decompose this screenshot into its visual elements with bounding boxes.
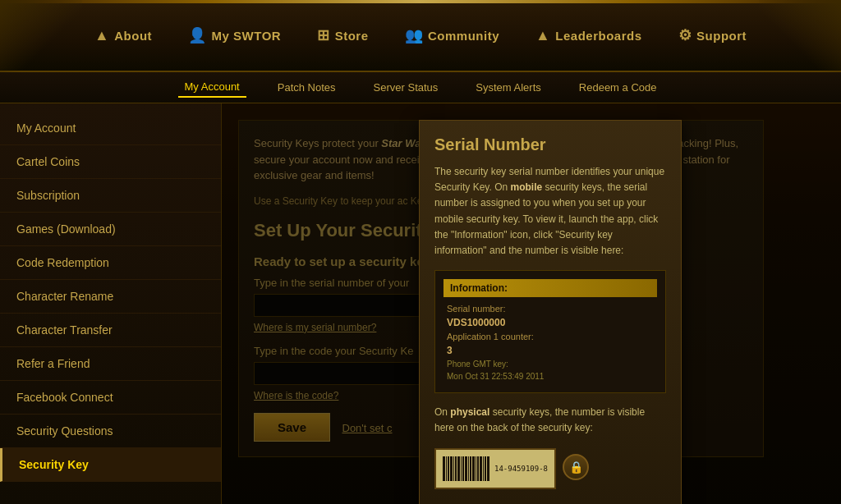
sidebar-item-facebook-connect[interactable]: Facebook Connect <box>0 381 221 415</box>
counter-value: 3 <box>443 345 657 356</box>
barcode-number: 14-9459109-8 <box>494 465 548 473</box>
time-label-text: Phone GMT key: <box>447 360 508 369</box>
support-icon: ⚙ <box>678 26 692 44</box>
nav-item-store[interactable]: ⊞ Store <box>299 18 386 53</box>
serial-value: VDS1000000 <box>443 317 657 328</box>
community-icon: 👥 <box>405 26 424 44</box>
sidebar-item-security-key[interactable]: Security Key <box>0 448 221 482</box>
sidebar-item-character-transfer[interactable]: Character Transfer <box>0 314 221 347</box>
top-navigation: ▲ About 👤 My SWTOR ⊞ Store 👥 Community ▲… <box>0 0 841 72</box>
time-label-row: Phone GMT key: <box>443 360 657 369</box>
barcode-line <box>448 456 449 481</box>
sidebar: My Account Cartel Coins Subscription Gam… <box>0 103 222 504</box>
barcode-line <box>480 456 482 481</box>
leaderboards-label: Leaderboards <box>555 29 641 43</box>
sidebar-item-subscription[interactable]: Subscription <box>0 179 221 213</box>
subnav-redeem-code[interactable]: Redeem a Code <box>572 78 664 97</box>
nav-item-community[interactable]: 👥 Community <box>387 18 518 53</box>
physical-description: On physical security keys, the number is… <box>434 405 666 436</box>
barcode-line <box>485 456 486 481</box>
barcode-line <box>468 456 469 481</box>
barcode-line <box>450 456 453 481</box>
corner-decoration-right <box>759 0 841 72</box>
nav-item-about[interactable]: ▲ About <box>76 19 170 53</box>
nav-item-myswtor[interactable]: 👤 My SWTOR <box>170 18 299 53</box>
nav-item-leaderboards[interactable]: ▲ Leaderboards <box>517 19 660 53</box>
barcode-line <box>443 456 445 481</box>
barcode-line <box>477 456 479 481</box>
barcode-line <box>470 456 471 481</box>
serial-number-tooltip: Serial Number The security key serial nu… <box>419 120 682 504</box>
barcode-image: 14-9459109-8 <box>434 448 556 489</box>
about-label: About <box>114 29 152 43</box>
sidebar-item-character-rename[interactable]: Character Rename <box>0 280 221 314</box>
physical-prefix: On <box>434 406 450 418</box>
info-box-header: Information: <box>443 279 657 297</box>
time-value: Mon Oct 31 22:53:49 2011 <box>443 372 657 381</box>
barcode-line <box>457 456 460 481</box>
store-label: Store <box>335 29 369 43</box>
counter-label-text: Application 1 counter: <box>447 332 534 341</box>
sidebar-item-cartel-coins[interactable]: Cartel Coins <box>0 145 221 179</box>
sidebar-item-my-account[interactable]: My Account <box>0 112 221 145</box>
serial-label-text: Serial number: <box>447 304 506 314</box>
main-content-area: My Account Cartel Coins Subscription Gam… <box>0 103 841 504</box>
mobile-info-box: Information: Serial number: VDS1000000 A… <box>434 270 666 393</box>
subnav-patch-notes[interactable]: Patch Notes <box>271 78 342 97</box>
sidebar-item-code-redemption[interactable]: Code Redemption <box>0 246 221 280</box>
barcode-area: 14-9459109-8 🔒 <box>434 445 666 489</box>
barcode-line <box>446 456 447 481</box>
mobile-keyword: mobile <box>510 181 542 193</box>
barcode-line <box>476 456 476 481</box>
store-icon: ⊞ <box>317 26 330 44</box>
corner-decoration-left <box>0 0 82 72</box>
subnav-system-alerts[interactable]: System Alerts <box>469 78 547 97</box>
subnav-my-account[interactable]: My Account <box>178 77 246 98</box>
barcode-line <box>465 456 467 481</box>
barcode-line <box>455 456 457 481</box>
subnav-server-status[interactable]: Server Status <box>367 78 445 97</box>
sidebar-item-refer-a-friend[interactable]: Refer a Friend <box>0 347 221 381</box>
tooltip-title: Serial Number <box>434 135 666 154</box>
lock-icon: 🔒 <box>563 454 589 480</box>
barcode-line <box>453 456 454 481</box>
sidebar-item-games-download[interactable]: Games (Download) <box>0 213 221 246</box>
sub-navigation: My Account Patch Notes Server Status Sys… <box>0 72 841 103</box>
page-content: Security Keys protect your Star Wars™: T… <box>222 103 841 504</box>
counter-label-row: Application 1 counter: <box>443 332 657 341</box>
serial-label-row: Serial number: <box>443 304 657 314</box>
nav-items-container: ▲ About 👤 My SWTOR ⊞ Store 👥 Community ▲… <box>76 18 765 53</box>
barcode-lines <box>443 456 489 481</box>
tooltip-description: The security key serial number identifie… <box>434 164 666 259</box>
physical-keyword: physical <box>450 406 489 418</box>
barcode-line <box>487 456 489 481</box>
sidebar-item-security-questions[interactable]: Security Questions <box>0 415 221 448</box>
leaderboards-icon: ▲ <box>535 27 550 44</box>
barcode-line <box>462 456 464 481</box>
about-icon: ▲ <box>94 27 109 44</box>
nav-item-support[interactable]: ⚙ Support <box>660 18 765 53</box>
myswtor-label: My SWTOR <box>212 29 282 43</box>
support-label: Support <box>696 29 747 43</box>
barcode-line <box>472 456 475 481</box>
myswtor-icon: 👤 <box>188 26 207 44</box>
barcode-line <box>483 456 484 481</box>
community-label: Community <box>428 29 499 43</box>
barcode-line <box>461 456 462 481</box>
